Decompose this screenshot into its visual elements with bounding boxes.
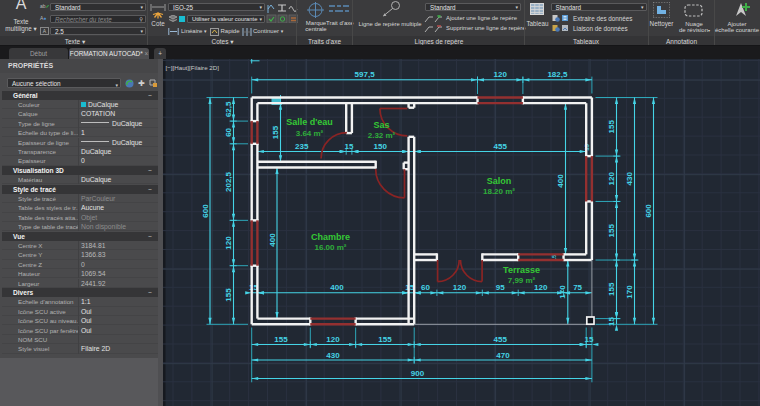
svg-text:7,99 m²: 7,99 m²: [508, 276, 536, 285]
svg-text:600: 600: [644, 204, 653, 218]
svg-text:3.64 m²: 3.64 m²: [296, 129, 324, 138]
svg-text:155: 155: [607, 120, 616, 134]
svg-text:60: 60: [224, 127, 233, 136]
svg-text:155: 155: [607, 223, 616, 237]
svg-text:15: 15: [345, 142, 354, 151]
svg-text:60: 60: [421, 283, 430, 292]
svg-text:Salle d'eau: Salle d'eau: [286, 117, 333, 127]
svg-text:155: 155: [378, 335, 392, 344]
svg-text:430: 430: [326, 351, 340, 360]
svg-text:900: 900: [411, 369, 425, 378]
svg-text:120: 120: [326, 335, 340, 344]
svg-text:120: 120: [224, 236, 233, 250]
svg-text:62,5: 62,5: [224, 101, 233, 117]
svg-text:235: 235: [295, 142, 309, 151]
svg-text:120: 120: [494, 70, 508, 79]
svg-text:120: 120: [534, 283, 548, 292]
svg-text:120: 120: [453, 283, 467, 292]
svg-text:430: 430: [625, 172, 634, 186]
svg-text:155: 155: [224, 288, 233, 302]
svg-text:202,5: 202,5: [224, 171, 233, 192]
svg-text:155: 155: [607, 282, 616, 296]
svg-text:600: 600: [201, 204, 210, 218]
svg-text:155: 155: [274, 335, 288, 344]
svg-text:18.20 m²: 18.20 m²: [483, 187, 515, 196]
svg-text:Terrasse: Terrasse: [503, 265, 540, 275]
svg-text:400: 400: [556, 174, 565, 188]
svg-text:75: 75: [573, 283, 582, 292]
svg-text:Salon: Salon: [487, 176, 512, 186]
svg-text:15: 15: [585, 335, 594, 344]
svg-text:[−][Haut][Filaire 2D]: [−][Haut][Filaire 2D]: [166, 64, 220, 71]
svg-text:170: 170: [625, 285, 634, 299]
svg-text:170: 170: [558, 285, 567, 299]
svg-text:455: 455: [494, 335, 508, 344]
svg-text:400: 400: [330, 283, 344, 292]
svg-text:455: 455: [494, 142, 508, 151]
svg-text:155: 155: [271, 125, 280, 139]
svg-text:2.32 m²: 2.32 m²: [368, 131, 396, 140]
svg-text:Chambre: Chambre: [311, 232, 350, 242]
svg-text:16.00 m²: 16.00 m²: [314, 243, 346, 252]
svg-text:182,5: 182,5: [547, 70, 568, 79]
svg-text:Sas: Sas: [373, 120, 389, 130]
svg-text:470: 470: [496, 351, 510, 360]
svg-text:120: 120: [607, 172, 616, 186]
svg-text:150: 150: [374, 142, 388, 151]
svg-text:597,5: 597,5: [355, 70, 376, 79]
svg-text:400: 400: [268, 233, 277, 247]
svg-text:95: 95: [496, 283, 505, 292]
svg-text:15: 15: [607, 317, 616, 326]
